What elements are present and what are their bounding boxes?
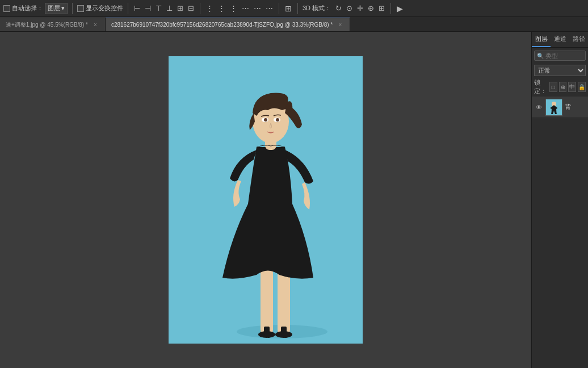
align-top-edges-icon[interactable]: ⊥ bbox=[165, 3, 174, 14]
align-center-horiz-icon[interactable]: ⊣ bbox=[144, 3, 152, 14]
dropdown-arrow-icon: ▾ bbox=[61, 5, 65, 12]
auto-select-label: 自动选择： bbox=[12, 4, 43, 12]
canvas-svg bbox=[169, 56, 363, 344]
video-icon[interactable]: ▶ bbox=[396, 3, 404, 14]
dist-bottom-icon[interactable]: ⋯ bbox=[264, 3, 274, 14]
tab-bar: 速+调整1.jpg @ 45.5%(RGB/8) * × c281627b691… bbox=[0, 17, 588, 32]
layer-thumbnail bbox=[545, 99, 562, 116]
dist-right-icon[interactable]: ⋮ bbox=[229, 3, 238, 14]
search-input[interactable] bbox=[545, 52, 574, 59]
rotate3d-icon[interactable]: ↻ bbox=[334, 3, 343, 14]
layer-name: 背 bbox=[565, 103, 586, 111]
lock-row: 锁定： □ ⊕ 中 🔒 bbox=[534, 78, 586, 95]
show-transform-checkbox[interactable] bbox=[77, 5, 84, 12]
layer-dropdown[interactable]: 图层 ▾ bbox=[45, 3, 68, 14]
dist-top-icon[interactable]: ⋯ bbox=[241, 3, 250, 14]
panel-tab-channels[interactable]: 通道 bbox=[551, 32, 569, 47]
separator-5 bbox=[297, 3, 298, 14]
align-left-edges-icon[interactable]: ⊢ bbox=[133, 3, 141, 14]
svg-point-14 bbox=[264, 118, 267, 122]
svg-rect-8 bbox=[268, 332, 270, 338]
svg-point-15 bbox=[276, 118, 279, 122]
main-layout: 图层 通道 路径 🔍 正常 锁定： □ ⊕ 中 🔒 bbox=[0, 32, 588, 368]
tab-0-close[interactable]: × bbox=[91, 21, 99, 29]
layer-visibility-icon[interactable]: 👁 bbox=[534, 103, 543, 112]
auto-select-checkbox[interactable] bbox=[3, 5, 10, 12]
separator-6 bbox=[390, 3, 391, 14]
orbit-icon[interactable]: ⊙ bbox=[345, 3, 354, 14]
dist-center-v-icon[interactable]: ⋯ bbox=[253, 3, 262, 14]
auto-align-icon[interactable]: ⊞ bbox=[284, 3, 293, 14]
align-right-edges-icon[interactable]: ⊤ bbox=[154, 3, 163, 14]
auto-select-group: 自动选择： 图层 ▾ bbox=[3, 3, 68, 14]
tab-0-label: 速+调整1.jpg @ 45.5%(RGB/8) * bbox=[6, 21, 88, 29]
align-center-vert-icon[interactable]: ⊞ bbox=[176, 3, 184, 14]
panel-tab-paths[interactable]: 路径 bbox=[569, 32, 588, 47]
align-bottom-edges-icon[interactable]: ⊟ bbox=[187, 3, 195, 14]
scale3d-icon[interactable]: ⊞ bbox=[377, 3, 386, 14]
layer-item-background[interactable]: 👁 背 bbox=[532, 97, 588, 118]
search-icon: 🔍 bbox=[537, 53, 544, 59]
3d-mode-label: 3D 模式： bbox=[303, 4, 331, 12]
3d-mode-icons-group: ↻ ⊙ ✛ ⊕ ⊞ bbox=[334, 3, 386, 14]
separator-3 bbox=[200, 3, 200, 14]
pan3d-icon[interactable]: ✛ bbox=[356, 3, 364, 14]
blend-mode-select[interactable]: 正常 bbox=[534, 65, 586, 76]
lock-transparent-btn[interactable]: □ bbox=[549, 82, 557, 92]
svg-rect-2 bbox=[261, 261, 273, 334]
align-icons-group: ⊢ ⊣ ⊤ ⊥ ⊞ ⊟ bbox=[133, 3, 195, 14]
lock-label: 锁定： bbox=[534, 78, 548, 95]
separator-4 bbox=[279, 3, 279, 14]
separator-1 bbox=[72, 3, 73, 14]
lock-artboard-btn[interactable]: 中 bbox=[568, 82, 576, 92]
layer-list: 👁 背 bbox=[532, 97, 588, 368]
top-toolbar: 自动选择： 图层 ▾ 显示变换控件 ⊢ ⊣ ⊤ ⊥ ⊞ ⊟ ⋮ ⋮ ⋮ ⋯ ⋯ … bbox=[0, 0, 588, 17]
layer-search[interactable]: 🔍 bbox=[534, 51, 586, 61]
distribute-icons-group: ⋮ ⋮ ⋮ ⋯ ⋯ ⋯ bbox=[205, 3, 274, 14]
dist-center-h-icon[interactable]: ⋮ bbox=[217, 3, 226, 14]
lock-position-btn[interactable]: ⊕ bbox=[559, 82, 567, 92]
svg-rect-9 bbox=[285, 332, 287, 338]
show-transform-group: 显示变换控件 bbox=[77, 4, 123, 12]
tab-1-label: c281627b6910747f320bfc957156d26820765cab… bbox=[111, 22, 333, 28]
right-panel: 图层 通道 路径 🔍 正常 锁定： □ ⊕ 中 🔒 bbox=[531, 32, 588, 368]
canvas-image bbox=[169, 56, 363, 344]
show-transform-label: 显示变换控件 bbox=[86, 4, 123, 12]
separator-2 bbox=[128, 3, 128, 14]
lock-all-btn[interactable]: 🔒 bbox=[578, 82, 586, 92]
panel-tabs: 图层 通道 路径 bbox=[532, 32, 588, 48]
panel-tab-layers[interactable]: 图层 bbox=[532, 32, 551, 47]
tab-1[interactable]: c281627b6910747f320bfc957156d26820765cab… bbox=[106, 18, 350, 31]
dist-left-icon[interactable]: ⋮ bbox=[205, 3, 215, 14]
blend-mode-row: 正常 bbox=[534, 65, 586, 76]
canvas-area bbox=[0, 32, 531, 368]
tab-1-close[interactable]: × bbox=[336, 21, 344, 29]
slide3d-icon[interactable]: ⊕ bbox=[367, 3, 375, 14]
tab-0[interactable]: 速+调整1.jpg @ 45.5%(RGB/8) * × bbox=[0, 18, 106, 31]
